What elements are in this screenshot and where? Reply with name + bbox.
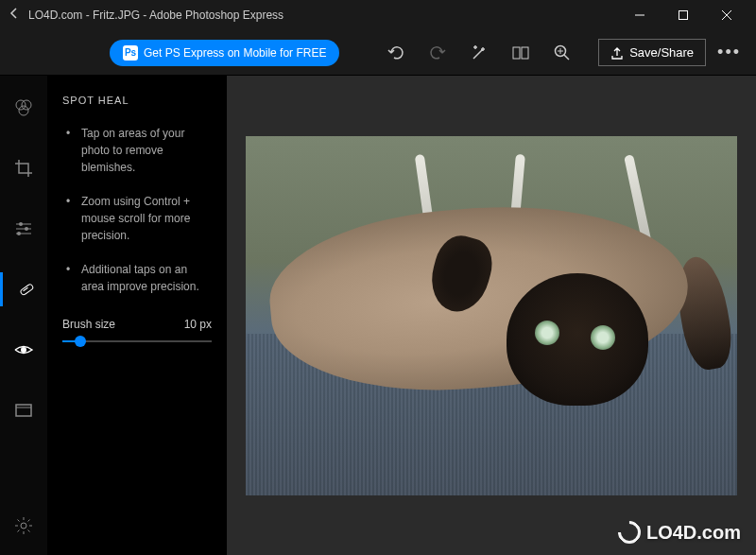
brush-size-row: Brush size 10 px: [62, 318, 212, 331]
compare-button[interactable]: [511, 43, 530, 62]
tip-item: Tap on areas of your photo to remove ble…: [70, 125, 212, 176]
settings-button[interactable]: [13, 515, 34, 540]
slider-thumb[interactable]: [75, 336, 86, 347]
window-title: LO4D.com - Fritz.JPG - Adobe Photoshop E…: [28, 9, 618, 22]
watermark-text: LO4D.com: [646, 522, 741, 544]
photo-content: [246, 136, 737, 495]
watermark-icon: [613, 516, 645, 548]
promo-label: Get PS Express on Mobile for FREE: [144, 46, 326, 60]
back-button[interactable]: [8, 7, 21, 24]
window-controls: [618, 0, 748, 30]
svg-point-12: [19, 106, 28, 115]
tool-looks[interactable]: [0, 91, 47, 125]
auto-enhance-button[interactable]: [470, 43, 489, 62]
svg-rect-1: [679, 11, 688, 20]
zoom-button[interactable]: [553, 43, 572, 62]
svg-rect-22: [16, 405, 31, 416]
save-label: Save/Share: [629, 45, 694, 60]
promo-button[interactable]: Ps Get PS Express on Mobile for FREE: [110, 40, 339, 66]
tip-item: Additional taps on an area improve preci…: [70, 261, 212, 295]
ps-icon: Ps: [123, 45, 138, 61]
brush-size-slider[interactable]: [62, 340, 212, 342]
brush-label: Brush size: [62, 318, 115, 331]
svg-point-14: [19, 222, 23, 226]
save-share-button[interactable]: Save/Share: [598, 39, 706, 66]
canvas-area[interactable]: [227, 76, 756, 555]
panel-title: SPOT HEAL: [62, 95, 212, 106]
tool-eye[interactable]: [0, 333, 47, 367]
brush-value: 10 px: [184, 318, 212, 331]
tool-spot-heal[interactable]: [0, 272, 47, 306]
svg-point-16: [25, 227, 28, 231]
tool-adjust[interactable]: [0, 212, 47, 246]
tool-crop[interactable]: [0, 151, 47, 185]
svg-line-7: [564, 55, 569, 60]
svg-point-21: [21, 347, 26, 353]
minimize-button[interactable]: [618, 0, 662, 30]
watermark: LO4D.com: [618, 521, 741, 544]
svg-rect-19: [19, 284, 33, 296]
close-button[interactable]: [705, 0, 748, 30]
svg-point-10: [16, 100, 26, 110]
svg-point-18: [17, 232, 21, 235]
more-button[interactable]: •••: [717, 43, 741, 62]
topbar-tools: [387, 43, 572, 62]
svg-rect-5: [522, 47, 528, 59]
tool-border[interactable]: [0, 393, 47, 427]
tips-list: Tap on areas of your photo to remove ble…: [62, 125, 212, 295]
svg-point-24: [21, 523, 26, 529]
maximize-button[interactable]: [662, 0, 705, 30]
svg-point-11: [22, 100, 31, 110]
svg-rect-4: [513, 47, 520, 59]
undo-button[interactable]: [387, 43, 405, 62]
toolstrip: [0, 76, 47, 555]
side-panel: SPOT HEAL Tap on areas of your photo to …: [47, 76, 227, 555]
titlebar: LO4D.com - Fritz.JPG - Adobe Photoshop E…: [0, 0, 756, 30]
image-preview[interactable]: [246, 136, 737, 495]
main: SPOT HEAL Tap on areas of your photo to …: [0, 76, 756, 555]
topbar: Ps Get PS Express on Mobile for FREE Sav…: [0, 30, 756, 76]
redo-button[interactable]: [428, 43, 447, 62]
tip-item: Zoom using Control + mouse scroll for mo…: [70, 193, 212, 244]
